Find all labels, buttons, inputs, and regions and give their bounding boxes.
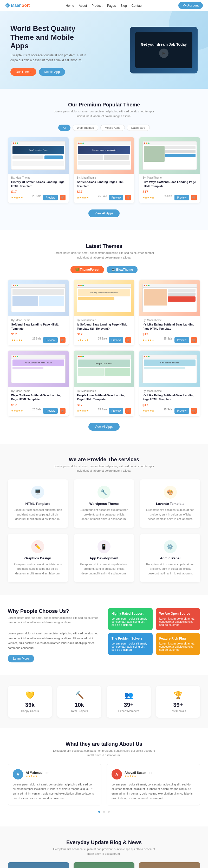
tab-bloxtheme[interactable]: 💻 BloxTheme (107, 266, 137, 273)
mini-browser: Discover your amazing city (77, 141, 131, 170)
blog-image: 👥 (8, 862, 69, 868)
tab-blox-icon: 💻 (111, 268, 115, 272)
preview-btn[interactable]: Preview (109, 337, 124, 343)
preview-button[interactable]: Preview (109, 195, 124, 200)
blog-card: 👥 Jan 20, 2022 · Technology Quick Tips F… (8, 862, 69, 868)
cart-btn[interactable]: 🛒 (191, 408, 197, 414)
play-button[interactable]: ▶ (159, 49, 168, 58)
card-meta: ★★★★★ 25 Sale Preview 🛒 (11, 195, 66, 200)
stat-card: 👥 39+ Expert Members (107, 686, 151, 718)
card-title: Is Softlend-Saas Landing Page HTML Templ… (77, 323, 131, 331)
cart-btn[interactable]: 🛒 (125, 408, 131, 414)
preview-btn[interactable]: Preview (109, 408, 124, 414)
stat-icon-members: 👥 (112, 691, 146, 700)
navbar: M MaanSoft Home About Product Pages Blog… (0, 0, 208, 11)
dot-2[interactable] (103, 811, 105, 813)
hero-image-inner: Get your dream Job Today ▶ (135, 32, 192, 68)
avatar: A (13, 769, 23, 779)
nav-links: Home About Product Pages Blog Contact (66, 4, 142, 7)
why-feature-text: Lorem ipsum dolor sit amet, consectetur … (111, 617, 149, 626)
nav-product[interactable]: Product (92, 4, 102, 7)
nav-contact[interactable]: Contact (132, 4, 142, 7)
account-button[interactable]: My Account (178, 2, 203, 9)
card-price: $17 (77, 190, 131, 194)
mini-browser (142, 284, 197, 312)
card-stars: ★★★★★ (11, 196, 23, 199)
nav-pages[interactable]: Pages (107, 4, 116, 7)
hero-buttons: Our Theme Mobile App (10, 68, 94, 76)
mini-browser (142, 141, 197, 170)
preview-button[interactable]: Preview (175, 195, 189, 200)
view-all-wrap: View All Apps (8, 210, 200, 217)
services-title: We are Provide The services (8, 457, 200, 463)
tab-web-themes[interactable]: Web Themes (73, 125, 98, 131)
latest-card: Keep & Pulse on Your Health By: MaanThem… (8, 350, 69, 416)
popular-section: Our Premium Popular Theme Lorem ipsum do… (0, 89, 208, 230)
mini-browser (11, 284, 66, 312)
cart-btn[interactable]: 🛒 (191, 337, 197, 343)
latest-card: By: MaanTheme It's Like Eating Softlend-… (139, 280, 200, 346)
dot-1[interactable] (98, 811, 100, 813)
logo-text: MaanSoft (11, 3, 30, 8)
hero-section: World Best Quality Theme and Mobile Apps… (0, 11, 208, 89)
stat-label: Expert Members (112, 709, 146, 713)
mobile-app-button[interactable]: Mobile App (39, 68, 65, 76)
card-image: People Love Saas (74, 351, 134, 387)
stat-card: 🏆 39+ Testimonials (156, 686, 200, 718)
card-stars: ★★★★★ (77, 339, 89, 342)
testimonial-card: A Ahoyafi Susan ★★★★★ " Lorem ipsum dolo… (107, 764, 200, 805)
add-to-cart-button[interactable]: 🛒 (191, 195, 197, 200)
view-all-latest-button[interactable]: View All Apps (88, 423, 120, 431)
latest-title: Latest Themes (8, 243, 200, 249)
card-author: By: MaanTheme (11, 319, 66, 321)
nav-about[interactable]: About (79, 4, 87, 7)
add-to-cart-button[interactable]: 🛒 (60, 195, 66, 200)
card-title: People Love Softlend-Saas Landing Page H… (77, 394, 131, 402)
nav-blog[interactable]: Blog (121, 4, 127, 7)
service-title: Admin Panel (145, 556, 196, 560)
service-card: 🖥️ HTML Template Excepteur sint occaecat… (8, 479, 68, 528)
why-feature-text: Lorem ipsum dolor sit amet, consectetur … (159, 617, 197, 626)
blog-image: 💻 (74, 862, 135, 868)
preview-btn[interactable]: Preview (175, 408, 189, 414)
service-text: Excepteur sint occaecat cupidatat non pr… (145, 562, 196, 576)
latest-section: Latest Themes Lorem ipsum dolor sit amet… (0, 230, 208, 444)
card-sales: 25 Sale (164, 408, 173, 414)
tab-mobile-apps[interactable]: Mobile Apps (100, 125, 125, 131)
latest-card: People Love Saas By: MaanTheme People Lo… (74, 350, 135, 416)
dot-3[interactable] (108, 811, 110, 813)
preview-btn[interactable]: Preview (175, 337, 189, 343)
tab-all[interactable]: All (58, 125, 70, 131)
tab-dashboard[interactable]: Dashboard (127, 125, 150, 131)
view-all-button[interactable]: View All Apps (88, 210, 120, 217)
mini-browser: People Love Saas (77, 354, 131, 383)
why-feature-title: We Are Open Source (159, 612, 197, 615)
cart-btn[interactable]: 🛒 (125, 337, 131, 343)
card-price: $17 (77, 332, 131, 336)
card-price: $17 (77, 403, 131, 407)
stat-label: Testimonials (161, 709, 195, 713)
stat-label: Total Projects (62, 709, 96, 713)
latest-cards: By: MaanTheme Softlend-Saas Landing Page… (8, 280, 200, 416)
card-meta: ★★★★★ 25 Sale Preview 🛒 (77, 195, 131, 200)
tab-themeforest[interactable]: 🌿 ThemeForest (71, 266, 104, 273)
card-image: Keep & Pulse on Your Health (8, 351, 69, 387)
card-stars: ★★★★★ (142, 409, 154, 412)
our-theme-button[interactable]: Our Theme (10, 68, 36, 76)
card-image: Discover your amazing city (74, 137, 134, 174)
nav-home[interactable]: Home (66, 4, 74, 7)
why-right: Highly Rated Support Lorem ipsum dolor s… (108, 608, 200, 655)
cart-btn[interactable]: 🛒 (60, 337, 66, 343)
card-size: 25 Sale (32, 195, 41, 200)
learn-more-button[interactable]: Learn More (8, 655, 34, 662)
cart-btn[interactable]: 🛒 (60, 408, 66, 414)
mini-browser: Keep & Pulse on Your Health (11, 354, 66, 383)
preview-btn[interactable]: Preview (43, 337, 58, 343)
service-title: App Development (79, 556, 129, 560)
preview-button[interactable]: Preview (43, 195, 58, 200)
why-feature-title: Feature Rich Plug (159, 637, 197, 640)
preview-btn[interactable]: Preview (43, 408, 58, 414)
service-text: Excepteur sint occaecat cupidatat non pr… (12, 562, 63, 576)
add-to-cart-button[interactable]: 🛒 (125, 195, 131, 200)
blog-section: Everyday Update Blog & News Excepteur si… (0, 827, 208, 868)
